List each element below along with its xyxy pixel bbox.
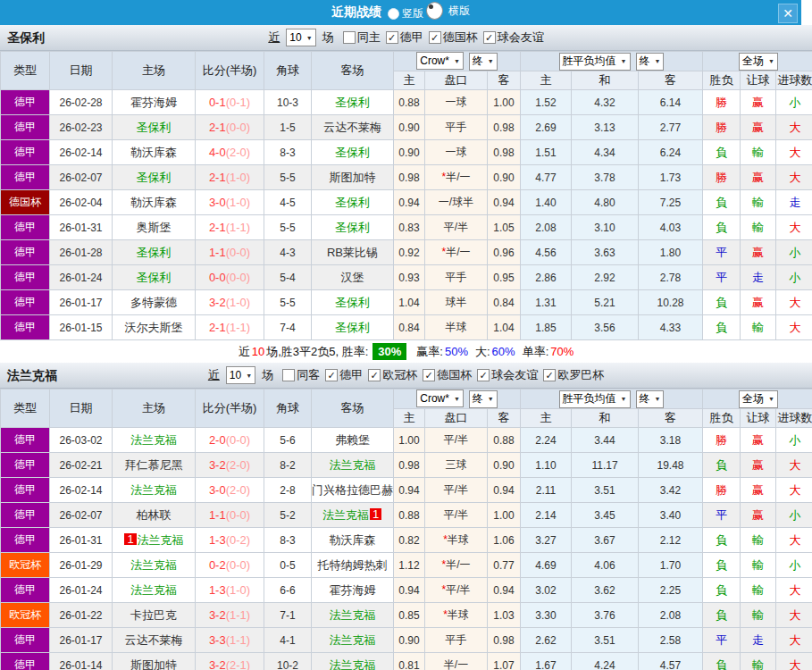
full-score: 3-2: [209, 458, 226, 472]
handicap-text: 平/半: [444, 221, 468, 233]
asia-odds-group: Crow*▼终▼: [394, 389, 521, 409]
score-cell: 3-2(1-0): [196, 290, 264, 315]
europe-home-odds: 2.14: [521, 503, 572, 528]
result-outcome: 勝: [703, 165, 741, 190]
result-outcome: 負: [703, 578, 741, 603]
odds-stage-select[interactable]: 终▼: [469, 53, 498, 71]
europe-avg-select[interactable]: 胜平负均值▼: [559, 53, 631, 71]
layout-radio-horizontal[interactable]: 横版: [423, 2, 470, 20]
league-filter-0-checkbox[interactable]: ✓: [386, 31, 398, 44]
asia-handicap: 平/半: [425, 215, 488, 240]
away-team-cell: 法兰克福1: [312, 503, 394, 528]
column-header: 日期: [50, 389, 113, 428]
league-filter-1-checkbox[interactable]: ✓: [429, 31, 441, 44]
away-team-cell: 托特纳姆热刺: [312, 553, 394, 578]
home-team-cell: 圣保利: [113, 265, 196, 290]
europe-away-odds: 1.70: [639, 553, 703, 578]
summary-value: 60%: [492, 345, 515, 358]
same-venue-checkbox[interactable]: [282, 369, 295, 381]
match-row: 德甲26-02-07柏林联1-1(0-0)5-2法兰克福10.88平/半1.00…: [1, 503, 812, 528]
sub-column-header: 主: [394, 409, 425, 428]
odds-company-select[interactable]: Crow*▼: [416, 52, 464, 70]
odds-stage-select[interactable]: 终▼: [469, 390, 498, 408]
asia-away-odds: 0.98: [488, 628, 521, 653]
europe-stage-select[interactable]: 终▼: [636, 390, 665, 408]
match-date: 26-01-28: [50, 240, 113, 265]
near-link[interactable]: 近: [208, 367, 220, 383]
full-score: 2-1: [209, 121, 226, 134]
half-score: (1-1): [226, 221, 250, 234]
away-team-cell: 法兰克福: [312, 653, 394, 670]
result-goals: 大: [776, 215, 812, 240]
result-outcome: 平: [703, 503, 741, 528]
home-team-cell: 圣保利: [113, 165, 196, 190]
europe-avg-select[interactable]: 胜平负均值▼: [559, 390, 631, 408]
away-team-cell: 圣保利: [312, 90, 394, 115]
match-row: 德甲26-01-17多特蒙德3-2(1-0)5-5圣保利1.04球半0.841.…: [1, 290, 812, 315]
match-date: 26-02-28: [50, 90, 113, 115]
chevron-down-icon: ▼: [454, 396, 460, 402]
away-team-cell: 圣保利: [312, 290, 394, 315]
europe-draw-odds: 2.92: [572, 265, 639, 290]
match-scope-select[interactable]: 全场▼: [739, 53, 778, 71]
result-outcome: 平: [703, 240, 741, 265]
same-venue-checkbox[interactable]: [343, 31, 356, 44]
corners-cell: 8-3: [264, 140, 312, 165]
match-scope-select[interactable]: 全场▼: [739, 390, 778, 408]
sub-column-header: 客: [639, 71, 703, 90]
match-count-select[interactable]: 10▼: [226, 366, 255, 384]
sub-column-header: 胜负: [703, 409, 741, 428]
league-badge: 德甲: [1, 115, 50, 140]
league-filter-2-checkbox[interactable]: ✓: [483, 31, 496, 44]
league-filter-2-checkbox[interactable]: ✓: [423, 369, 435, 381]
europe-draw-odds: 3.62: [572, 578, 639, 603]
chevron-down-icon: ▼: [454, 58, 460, 64]
league-filter-0-checkbox[interactable]: ✓: [325, 369, 338, 381]
summary-value: 70%: [550, 345, 573, 358]
asia-handicap: 平手: [425, 628, 488, 653]
match-count-select-value: 10: [289, 31, 301, 44]
corners-cell: 5-5: [264, 215, 312, 240]
away-team-name: 门兴格拉德巴赫: [312, 483, 393, 497]
europe-home-odds: 4.69: [521, 553, 572, 578]
sub-column-header: 进球数: [776, 71, 812, 90]
radio-icon: [388, 8, 399, 20]
near-link[interactable]: 近: [268, 29, 280, 46]
league-filter-4-checkbox[interactable]: ✓: [543, 369, 556, 381]
europe-home-odds: 2.08: [521, 215, 572, 240]
corners-cell: 0-5: [264, 553, 312, 578]
home-team-name: 圣保利: [137, 271, 172, 284]
full-score: 1-3: [209, 533, 226, 547]
recent-results-dialog: 近期战绩 竖版横版 ✕ 圣保利 近10▼场同主✓德甲✓德国杯✓球会友谊 类型日期…: [0, 0, 812, 670]
odds-company-select-value: Crow*: [420, 54, 449, 67]
asia-home-odds: 0.88: [394, 503, 425, 528]
asia-handicap: 平/半: [425, 428, 488, 453]
close-button[interactable]: ✕: [778, 4, 798, 23]
odds-company-select[interactable]: Crow*▼: [416, 389, 464, 407]
europe-home-odds: 4.56: [521, 240, 572, 265]
column-header: 主场: [113, 52, 196, 90]
match-row: 德甲26-01-28圣保利1-1(0-0)4-3RB莱比锡0.92*半/一0.9…: [1, 240, 812, 265]
home-team-name: 圣保利: [137, 246, 172, 259]
europe-away-odds: 2.58: [639, 628, 703, 653]
league-filter-3-checkbox[interactable]: ✓: [477, 369, 490, 381]
europe-home-odds: 2.11: [521, 478, 572, 503]
result-handicap: 赢: [741, 115, 776, 140]
away-team-cell: RB莱比锡: [312, 240, 394, 265]
full-score: 4-0: [209, 146, 226, 159]
handicap-text: 半球: [446, 321, 467, 333]
league-filter-1-checkbox[interactable]: ✓: [368, 369, 381, 381]
match-count-select[interactable]: 10▼: [286, 29, 315, 46]
match-date: 26-01-31: [50, 215, 113, 240]
asia-handicap: 半/一: [425, 653, 488, 670]
away-team-cell: 圣保利: [312, 140, 394, 165]
match-row: 德甲26-01-15沃尔夫斯堡2-1(1-1)7-4圣保利0.84半球1.041…: [1, 315, 812, 340]
asia-handicap: 三球: [425, 453, 488, 478]
match-date: 26-01-22: [50, 603, 113, 628]
match-date: 26-01-17: [50, 290, 113, 315]
layout-radio-vertical[interactable]: 竖版: [388, 6, 423, 21]
europe-stage-select[interactable]: 终▼: [636, 53, 665, 71]
result-goals: 大: [776, 290, 812, 315]
section-header: 圣保利 近10▼场同主✓德甲✓德国杯✓球会友谊: [0, 25, 812, 51]
away-team-name: 法兰克福: [322, 508, 369, 522]
